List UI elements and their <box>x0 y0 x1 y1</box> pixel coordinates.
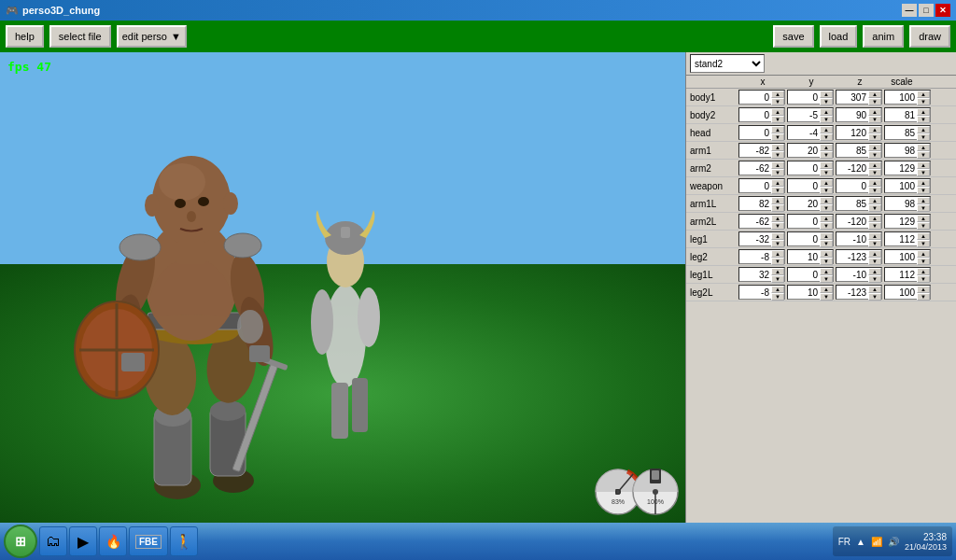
spin-down-body1-scale[interactable]: ▼ <box>917 98 930 105</box>
spin-up-head-scale[interactable]: ▲ <box>917 126 930 133</box>
spin-up-leg1-z[interactable]: ▲ <box>868 232 881 240</box>
input-body1-x[interactable] <box>739 92 771 103</box>
load-button[interactable]: load <box>820 25 858 48</box>
input-leg2-y[interactable] <box>788 252 820 262</box>
spin-arrows-leg2-scale[interactable]: ▲ ▼ <box>917 250 930 263</box>
spin-down-weapon-x[interactable]: ▼ <box>771 187 784 194</box>
input-arm1L-scale[interactable] <box>885 199 917 209</box>
spinbox-leg2L-z[interactable]: ▲ ▼ <box>836 285 882 300</box>
input-weapon-scale[interactable] <box>885 181 917 191</box>
spin-arrows-arm1L-y[interactable]: ▲ ▼ <box>820 197 833 210</box>
input-head-x[interactable] <box>739 128 771 138</box>
spin-down-arm1-y[interactable]: ▼ <box>820 151 833 159</box>
input-leg1-z[interactable] <box>836 234 868 245</box>
spin-arrows-body2-y[interactable]: ▲ ▼ <box>820 108 833 121</box>
spin-arrows-leg2-x[interactable]: ▲ ▼ <box>771 250 784 263</box>
spin-arrows-arm1L-scale[interactable]: ▲ ▼ <box>917 197 930 210</box>
spinbox-arm1-x[interactable]: ▲ ▼ <box>738 143 785 158</box>
input-leg1-x[interactable] <box>739 234 771 245</box>
spin-arrows-arm2L-scale[interactable]: ▲ ▼ <box>917 215 930 228</box>
spin-down-arm1-z[interactable]: ▼ <box>868 151 881 159</box>
help-button[interactable]: help <box>6 25 44 48</box>
input-arm1L-z[interactable] <box>836 199 868 209</box>
spin-up-arm1-y[interactable]: ▲ <box>820 144 833 151</box>
spin-down-arm1L-x[interactable]: ▼ <box>771 204 784 212</box>
spinbox-leg1-y[interactable]: ▲ ▼ <box>787 231 834 246</box>
spin-up-weapon-y[interactable]: ▲ <box>820 179 833 187</box>
spin-down-head-scale[interactable]: ▼ <box>917 133 930 141</box>
spinbox-arm2L-x[interactable]: ▲ ▼ <box>738 214 785 229</box>
spin-down-leg2-x[interactable]: ▼ <box>771 258 784 265</box>
spin-down-body1-x[interactable]: ▼ <box>771 98 784 105</box>
spin-up-body1-z[interactable]: ▲ <box>868 91 881 98</box>
spinbox-head-z[interactable]: ▲ ▼ <box>836 125 882 140</box>
anim-button[interactable]: anim <box>863 25 904 48</box>
spin-arrows-arm1-scale[interactable]: ▲ ▼ <box>917 144 930 157</box>
input-arm1-z[interactable] <box>836 146 868 156</box>
spin-up-body1-y[interactable]: ▲ <box>820 91 833 98</box>
spin-down-arm1L-scale[interactable]: ▼ <box>917 204 930 212</box>
spin-down-weapon-y[interactable]: ▼ <box>820 187 833 194</box>
spin-down-arm2L-x[interactable]: ▼ <box>771 222 784 230</box>
spin-down-arm2L-scale[interactable]: ▼ <box>917 222 930 230</box>
input-arm1-scale[interactable] <box>885 146 917 156</box>
spin-down-arm2L-z[interactable]: ▼ <box>868 222 881 230</box>
spinbox-weapon-scale[interactable]: ▲ ▼ <box>884 178 931 193</box>
spin-up-leg2L-scale[interactable]: ▲ <box>917 286 930 293</box>
input-arm1L-y[interactable] <box>788 199 820 209</box>
draw-button[interactable]: draw <box>909 25 950 48</box>
spinbox-body2-y[interactable]: ▲ ▼ <box>787 107 834 122</box>
spinbox-body1-scale[interactable]: ▲ ▼ <box>884 90 931 105</box>
spin-down-head-z[interactable]: ▼ <box>868 133 881 141</box>
spin-arrows-body1-y[interactable]: ▲ ▼ <box>820 91 833 104</box>
spin-up-leg1-x[interactable]: ▲ <box>771 232 784 240</box>
spin-up-leg1L-y[interactable]: ▲ <box>820 268 833 275</box>
spin-up-leg2-z[interactable]: ▲ <box>868 250 881 258</box>
spin-down-head-x[interactable]: ▼ <box>771 133 784 141</box>
spinbox-arm1-scale[interactable]: ▲ ▼ <box>884 143 931 158</box>
spinbox-arm2L-y[interactable]: ▲ ▼ <box>787 214 834 229</box>
spin-arrows-weapon-z[interactable]: ▲ ▼ <box>868 179 881 192</box>
input-leg1L-scale[interactable] <box>885 270 917 280</box>
spin-down-body2-scale[interactable]: ▼ <box>917 116 930 123</box>
spinbox-leg2-scale[interactable]: ▲ ▼ <box>884 249 931 264</box>
spin-up-arm1L-z[interactable]: ▲ <box>868 197 881 204</box>
spin-up-arm1-z[interactable]: ▲ <box>868 144 881 151</box>
spin-up-arm1L-y[interactable]: ▲ <box>820 197 833 204</box>
spin-up-weapon-x[interactable]: ▲ <box>771 179 784 187</box>
input-body1-y[interactable] <box>788 92 820 103</box>
taskbar-app-5[interactable]: 🚶 <box>170 526 198 556</box>
spinbox-body2-x[interactable]: ▲ ▼ <box>738 107 785 122</box>
spin-down-leg1-y[interactable]: ▼ <box>820 240 833 247</box>
spin-down-leg2-y[interactable]: ▼ <box>820 258 833 265</box>
spin-up-weapon-scale[interactable]: ▲ <box>917 179 930 187</box>
spinbox-leg2-x[interactable]: ▲ ▼ <box>738 249 785 264</box>
spin-arrows-head-z[interactable]: ▲ ▼ <box>868 126 881 139</box>
spin-arrows-leg2L-scale[interactable]: ▲ ▼ <box>917 286 930 299</box>
spin-up-leg2L-z[interactable]: ▲ <box>868 286 881 293</box>
spin-down-arm2-z[interactable]: ▼ <box>868 169 881 176</box>
input-arm2L-y[interactable] <box>788 217 820 227</box>
input-leg2L-scale[interactable] <box>885 287 917 298</box>
spin-arrows-arm1L-z[interactable]: ▲ ▼ <box>868 197 881 210</box>
spin-up-leg2-y[interactable]: ▲ <box>820 250 833 258</box>
input-leg2L-x[interactable] <box>739 287 771 298</box>
spin-down-arm2L-y[interactable]: ▼ <box>820 222 833 230</box>
input-arm1L-x[interactable] <box>739 199 771 209</box>
input-arm2L-scale[interactable] <box>885 217 917 227</box>
maximize-button[interactable]: □ <box>919 4 934 17</box>
spin-arrows-arm2-x[interactable]: ▲ ▼ <box>771 161 784 175</box>
spin-down-body2-z[interactable]: ▼ <box>868 116 881 123</box>
spin-down-body1-y[interactable]: ▼ <box>820 98 833 105</box>
spin-down-leg1-x[interactable]: ▼ <box>771 240 784 247</box>
close-button[interactable]: ✕ <box>935 4 950 17</box>
input-arm1-y[interactable] <box>788 146 820 156</box>
spin-arrows-body1-z[interactable]: ▲ ▼ <box>868 91 881 104</box>
spinbox-arm2-z[interactable]: ▲ ▼ <box>836 161 882 175</box>
spin-up-leg2-x[interactable]: ▲ <box>771 250 784 258</box>
spin-up-arm2-z[interactable]: ▲ <box>868 161 881 169</box>
spinbox-arm1L-z[interactable]: ▲ ▼ <box>836 196 882 211</box>
spin-arrows-weapon-x[interactable]: ▲ ▼ <box>771 179 784 192</box>
input-body1-scale[interactable] <box>885 92 917 103</box>
input-head-z[interactable] <box>836 128 868 138</box>
